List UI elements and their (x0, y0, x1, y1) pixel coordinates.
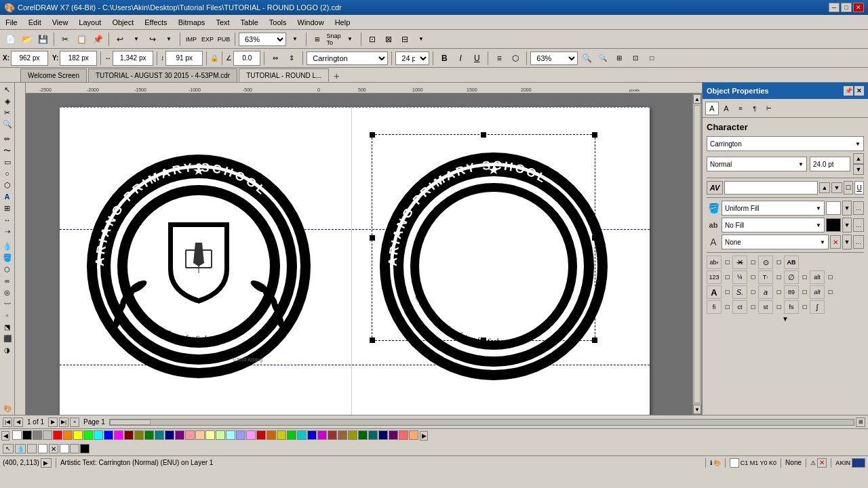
palette-swatch-24[interactable] (256, 430, 266, 440)
scroll-up-btn[interactable]: ▲ (693, 94, 701, 104)
undo-button[interactable]: ↩ (113, 32, 127, 47)
color-eyedrop-tool[interactable]: 🎨 (2, 403, 13, 413)
typo-alt[interactable]: alt (810, 270, 825, 284)
palette-swatch-26[interactable] (277, 430, 286, 440)
menu-edit[interactable]: Edit (23, 17, 47, 28)
fill-more-btn[interactable]: … (853, 201, 864, 215)
typo-int[interactable]: ∫ (810, 300, 825, 314)
typo-uppercase[interactable]: AB (784, 256, 799, 269)
scrollbar-vertical[interactable]: ▲ ▼ (692, 94, 702, 415)
outline-more-btn[interactable]: … (853, 218, 864, 232)
snap-arrow[interactable]: ▼ (342, 32, 357, 47)
palette-swatch-32[interactable] (338, 430, 347, 440)
crop-tool[interactable]: ✂ (2, 107, 13, 118)
options-arrow[interactable]: ▼ (414, 32, 429, 47)
scroll-down-btn[interactable]: ▼ (693, 405, 701, 414)
none-x-btn[interactable]: ✕ (830, 235, 841, 249)
palette-swatch-38[interactable] (399, 430, 408, 440)
zoom-out-btn[interactable]: 🔍 (595, 51, 610, 66)
font-size-down[interactable]: ▼ (853, 164, 864, 175)
palette-swatch-22[interactable] (236, 430, 245, 440)
tab-add-button[interactable]: + (330, 70, 342, 82)
canvas[interactable]: ARIANG PRIMARY SCHOOL Creating a brighte… (26, 94, 692, 415)
typo-subscript[interactable]: abx (707, 256, 722, 269)
fill-color-swatch[interactable] (826, 201, 841, 215)
paste-button[interactable]: 📌 (90, 32, 105, 47)
page-first-btn[interactable]: |◀ (3, 418, 12, 427)
align-left[interactable]: ≡ (492, 51, 507, 66)
panel-close-btn[interactable]: ✕ (854, 86, 864, 96)
underline-btn[interactable]: U (854, 181, 864, 195)
x-value[interactable]: 962 px (11, 51, 48, 66)
font-name-combo[interactable]: Carrington (307, 52, 388, 65)
typo-strikethrough[interactable]: ✕ (732, 256, 747, 269)
typo-a-big[interactable]: A (707, 285, 722, 299)
menu-bitmaps[interactable]: Bitmaps (173, 17, 211, 28)
panel-tab-para[interactable]: ¶ (748, 102, 762, 115)
zoom-combo[interactable]: 63% (239, 33, 286, 46)
typo-alt2[interactable]: alt (810, 285, 825, 299)
rectangle-tool[interactable]: ▭ (2, 157, 13, 167)
angle-value[interactable]: 0.0 (233, 51, 260, 66)
snap-btn[interactable]: ⊞ (310, 32, 325, 47)
palette-swatch-8[interactable] (94, 430, 103, 440)
ellipse-tool[interactable]: ○ (2, 168, 13, 179)
tab-round[interactable]: TUTORIAL - ROUND L... (239, 68, 329, 82)
tab-august[interactable]: TUTORIAL - AUGUST 30 2015 - 4-53PM.cdr (88, 68, 237, 82)
palette-swatch-34[interactable] (358, 430, 368, 440)
palette-swatch-18[interactable] (195, 430, 205, 440)
typo-fi[interactable]: fi (707, 300, 722, 314)
redo-button[interactable]: ↪ (145, 32, 160, 47)
no-fill-dropdown[interactable]: No Fill ▼ (722, 218, 825, 232)
palette-swatch-15[interactable] (165, 430, 174, 440)
zoom-page-fit-btn[interactable]: ⊞ (856, 418, 865, 427)
import-button[interactable]: IMP (184, 32, 199, 47)
uniform-fill-dropdown[interactable]: Uniform Fill ▼ (722, 201, 825, 216)
palette-swatch-20[interactable] (216, 430, 225, 440)
none-dropdown[interactable]: None ▼ (722, 235, 829, 249)
palette-swatch-33[interactable] (348, 430, 357, 440)
new-button[interactable]: 📄 (3, 32, 18, 47)
custom-color2[interactable] (38, 444, 47, 453)
typo-swash[interactable]: S. (732, 285, 747, 299)
sw-white[interactable] (60, 444, 69, 453)
font-size-combo[interactable]: 24 pt (395, 52, 429, 65)
blend-tool[interactable]: ∞ (2, 275, 13, 286)
redo-list-button[interactable]: ▼ (161, 32, 176, 47)
w-value[interactable]: 1,342 px (113, 51, 153, 66)
palette-swatch-19[interactable] (205, 430, 215, 440)
palette-swatch-36[interactable] (378, 430, 388, 440)
menu-window[interactable]: Window (292, 17, 330, 28)
eyedropper-tool[interactable]: 💧 (2, 241, 13, 251)
menu-file[interactable]: File (0, 17, 23, 28)
options-btn3[interactable]: ⊟ (397, 32, 412, 47)
typo-fs[interactable]: fs (784, 300, 799, 314)
panel-tab-tabs[interactable]: ⊢ (762, 102, 776, 115)
palette-swatch-5[interactable] (63, 430, 73, 440)
fill-color-arrow[interactable]: ▼ (842, 201, 852, 216)
palette-swatch-30[interactable] (317, 430, 327, 440)
italic-btn[interactable]: I (453, 51, 468, 66)
h-value[interactable]: 91 px (165, 51, 203, 66)
distort-tool[interactable]: 〰 (2, 298, 13, 309)
envelope-tool[interactable]: ⬔ (2, 321, 13, 332)
sw-lightgray[interactable] (70, 444, 79, 453)
titlebar-controls[interactable]: ─ □ ✕ (829, 3, 864, 12)
zoom-page-btn[interactable]: □ (644, 51, 659, 66)
zoom-fit-btn[interactable]: ⊞ (612, 51, 627, 66)
eyedrop-small[interactable]: 💧 (15, 444, 26, 453)
typo-num-ord[interactable]: 89 (784, 285, 799, 299)
table-tool[interactable]: ⊞ (2, 203, 13, 214)
panel-pin-btn[interactable]: 📌 (844, 86, 853, 96)
palette-swatch-23[interactable] (246, 430, 256, 440)
font-style-dropdown[interactable]: Normal ▼ (707, 157, 807, 171)
typo-circle[interactable]: ⊙ (758, 256, 773, 269)
palette-swatch-29[interactable] (307, 430, 317, 440)
drop-shadow-tool[interactable]: ▫ (2, 310, 13, 321)
menu-help[interactable]: Help (330, 17, 356, 28)
interactive-fill[interactable]: ⬡ (508, 51, 523, 66)
publish-button[interactable]: PUB (216, 32, 231, 47)
section-expand-btn[interactable]: ▼ (707, 315, 864, 323)
typo-italic-a[interactable]: a (758, 285, 773, 299)
dimension-tool[interactable]: ↔ (2, 214, 13, 225)
